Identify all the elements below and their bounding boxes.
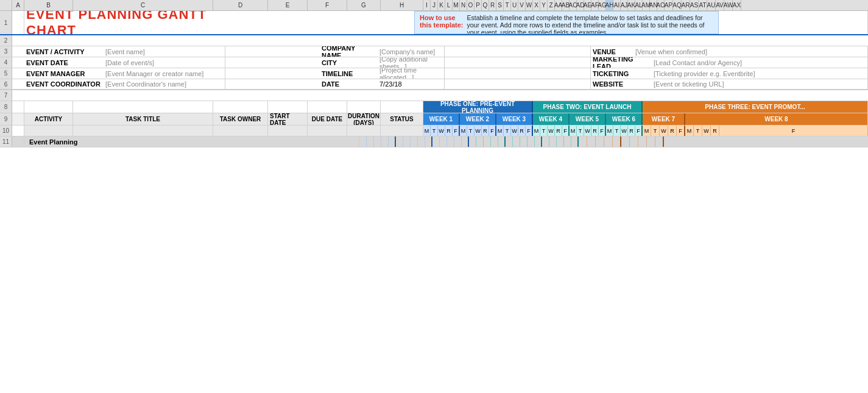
phase-one-header: PHASE ONE: PRE-EVENT PLANNING	[423, 101, 533, 113]
row-10-days: 10 M T W R F M T W R F M T W R F M T W R…	[0, 126, 868, 136]
row-4: 4 EVENT DATE [Date of event/s] CITY [Cop…	[0, 57, 868, 68]
header-task: TASK TITLE	[73, 113, 213, 125]
how-to-label: How to usethis template:	[420, 14, 464, 29]
event-activity-label: EVENT / ACTIVITY	[24, 46, 104, 57]
header-due: DUE DATE	[308, 113, 347, 125]
title-cell: EVENT PLANNING GANTT CHART	[24, 11, 213, 34]
event-coordinator-value: [Event Coordinator's name]	[104, 79, 225, 89]
company-name-label: COMPANY NAME	[320, 46, 378, 57]
col-e: E	[268, 0, 308, 10]
cell-spacer	[213, 11, 414, 34]
header-start: START DATE	[268, 113, 308, 125]
corner-cell	[0, 0, 12, 10]
venue-value: [Venue when confirmed]	[633, 46, 868, 57]
city-value: [Copy additional sheets...]	[378, 57, 445, 68]
week-5-header: WEEK 5	[570, 113, 606, 125]
spreadsheet: A B C D E F G H I J K L M N O P Q R S T …	[0, 0, 868, 147]
event-coordinator-label: EVENT COORDINATOR	[24, 79, 104, 89]
ticketing-label: TICKETING	[591, 68, 652, 79]
phase-two-header: PHASE TWO: EVENT LAUNCH	[533, 101, 643, 113]
col-h: H	[381, 0, 423, 10]
event-date-value: [Date of event/s]	[104, 57, 225, 68]
row-8: 8 PHASE ONE: PRE-EVENT PLANNING PHASE TW…	[0, 101, 868, 113]
col-a: A	[12, 0, 24, 10]
event-name-value: [Event name]	[104, 46, 225, 57]
row-3: 3 EVENT / ACTIVITY [Event name] COMPANY …	[0, 46, 868, 57]
col-g: G	[347, 0, 381, 10]
timeline-value: [Project time allocated...]	[378, 68, 445, 79]
row-1: 1 EVENT PLANNING GANTT CHART How to uset…	[0, 11, 868, 35]
how-to-text: Establish a timeline and complete the te…	[467, 14, 713, 34]
week-1-header: WEEK 1	[423, 113, 460, 125]
table-row: 11Event Planning	[0, 136, 868, 147]
row-5: 5 EVENT MANAGER [Event Manager or creato…	[0, 68, 868, 79]
gantt-data-rows: 11Event Planning	[0, 136, 868, 147]
timeline-label: TIMELINE	[320, 68, 378, 79]
cell-a1	[12, 11, 24, 34]
section-label: Event Planning	[24, 136, 359, 147]
week-8-header: WEEK 8	[685, 113, 868, 125]
header-owner: TASK OWNER	[213, 113, 268, 125]
event-date-label: EVENT DATE	[24, 57, 104, 68]
week-2-header: WEEK 2	[460, 113, 496, 125]
header-status: STATUS	[381, 113, 423, 125]
how-to-use-box: How to usethis template: Establish a tim…	[414, 11, 719, 34]
col-b: B	[24, 0, 73, 10]
week-7-header: WEEK 7	[643, 113, 685, 125]
row-9-headers: 9 ACTIVITY TASK TITLE TASK OWNER START D…	[0, 113, 868, 126]
week-3-header: WEEK 3	[496, 113, 533, 125]
phase-three-header: PHASE THREE: EVENT PROMOT...	[643, 101, 868, 113]
col-d: D	[213, 0, 268, 10]
event-manager-label: EVENT MANAGER	[24, 68, 104, 79]
company-name-value: [Company's name]	[378, 46, 445, 57]
week-4-header: WEEK 4	[533, 113, 570, 125]
marketing-lead-label: MARKETING LEAD	[591, 57, 652, 68]
column-headers: A B C D E F G H I J K L M N O P Q R S T …	[0, 0, 868, 11]
event-manager-value: [Event Manager or creator name]	[104, 68, 225, 79]
week-6-header: WEEK 6	[606, 113, 643, 125]
chart-title: EVENT PLANNING GANTT CHART	[26, 11, 211, 34]
city-label: CITY	[320, 57, 378, 68]
col-c: C	[73, 0, 213, 10]
col-i: I	[423, 0, 431, 10]
marketing-lead-value: [Lead Contact and/or Agency]	[652, 57, 868, 68]
col-f: F	[308, 0, 347, 10]
venue-label: VENUE	[591, 46, 633, 57]
date-value: 7/23/18	[378, 79, 445, 89]
ticketing-value: [Ticketing provider e.g. Eventbrite]	[652, 68, 868, 79]
row-2: 2	[0, 35, 868, 46]
website-label: WEBSITE	[591, 79, 652, 89]
row-7: 7	[0, 90, 868, 101]
date-label: DATE	[320, 79, 378, 89]
header-duration: DURATION (DAYS)	[347, 113, 381, 125]
row-6: 6 EVENT COORDINATOR [Event Coordinator's…	[0, 79, 868, 90]
website-value: [Event or ticketing URL]	[652, 79, 868, 89]
header-activity: ACTIVITY	[24, 113, 73, 125]
